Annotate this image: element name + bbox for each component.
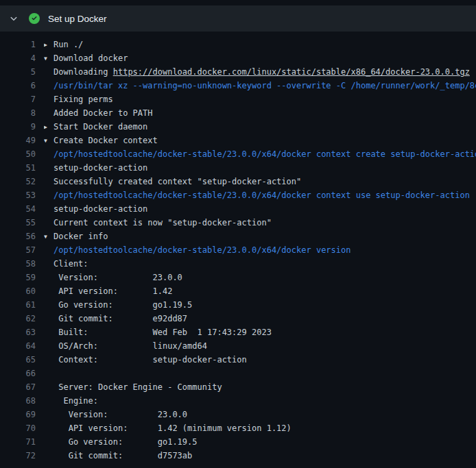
log-line[interactable]: 49▼Create Docker context (0, 134, 476, 147)
line-number[interactable]: 65 (0, 353, 36, 367)
line-content: Successfully created context "setup-dock… (44, 175, 476, 188)
step-title: Set up Docker (48, 14, 107, 24)
line-content: Fixing perms (44, 93, 476, 106)
workflow-log-panel: Set up Docker 1▶Run ./4▼Download docker5… (0, 5, 476, 463)
log-text: /opt/hostedtoolcache/docker-stable/23.0.… (53, 149, 476, 159)
check-circle-icon (29, 13, 40, 24)
triangle-right-icon: ▶ (44, 121, 53, 134)
line-number[interactable]: 51 (0, 161, 36, 175)
log-text: Context: setup-docker-action (53, 355, 247, 365)
group-title: Download docker (53, 53, 128, 63)
line-number[interactable]: 69 (0, 408, 36, 421)
log-text: Go version: go1.19.5 (53, 300, 192, 310)
log-text: Git commit: d7573ab (53, 451, 192, 460)
log-text: Go version: go1.19.5 (53, 437, 198, 447)
line-number[interactable]: 72 (0, 449, 36, 463)
log-line: 71 Go version: go1.19.5 (0, 435, 476, 449)
log-text: Fixing perms (53, 95, 113, 104)
log-text: Client: (53, 259, 88, 269)
line-number[interactable]: 67 (0, 380, 36, 394)
line-content: Built: Wed Feb 1 17:43:29 2023 (44, 325, 476, 339)
line-number[interactable]: 6 (0, 79, 36, 93)
line-content: ▶Run ./ (44, 38, 476, 51)
log-text: setup-docker-action (53, 204, 147, 214)
line-number[interactable]: 57 (0, 243, 36, 257)
line-number[interactable]: 49 (0, 134, 36, 147)
log-text: Current context is now "setup-docker-act… (53, 218, 272, 227)
line-content: Context: setup-docker-action (44, 353, 476, 367)
line-number[interactable]: 9 (0, 120, 36, 134)
log-line: 68 Engine: (0, 394, 476, 408)
line-number[interactable]: 61 (0, 298, 36, 312)
line-content: ▼Create Docker context (44, 134, 476, 147)
line-content: Git commit: e92dd87 (44, 312, 476, 325)
log-line[interactable]: 9▶Start Docker daemon (0, 120, 476, 134)
line-number[interactable]: 5 (0, 65, 36, 79)
log-line[interactable]: 4▼Download docker (0, 51, 476, 65)
log-line: 6/usr/bin/tar xz --warning=no-unknown-ke… (0, 79, 476, 93)
line-content: ▼Docker info (44, 230, 476, 243)
line-number[interactable]: 53 (0, 188, 36, 202)
line-content: Downloading https://download.docker.com/… (44, 65, 476, 79)
line-content: Version: 23.0.0 (44, 408, 476, 421)
log-line: 66 (0, 367, 476, 380)
log-line: 72 Git commit: d7573ab (0, 449, 476, 463)
line-content: setup-docker-action (44, 161, 476, 175)
line-content: API version: 1.42 (44, 284, 476, 298)
log-text: Successfully created context "setup-dock… (53, 177, 301, 186)
line-number[interactable]: 54 (0, 202, 36, 216)
log-line: 50/opt/hostedtoolcache/docker-stable/23.… (0, 147, 476, 161)
log-text: Added Docker to PATH (53, 108, 153, 118)
triangle-down-icon: ▼ (44, 230, 53, 243)
line-number[interactable]: 52 (0, 175, 36, 188)
line-number[interactable]: 64 (0, 339, 36, 353)
line-number[interactable]: 70 (0, 421, 36, 435)
line-number[interactable]: 71 (0, 435, 36, 449)
triangle-right-icon: ▶ (44, 38, 53, 51)
line-number[interactable]: 63 (0, 325, 36, 339)
line-content: API version: 1.42 (minimum version 1.12) (44, 421, 476, 435)
log-line: 51setup-docker-action (0, 161, 476, 175)
line-number[interactable]: 59 (0, 271, 36, 284)
line-number[interactable]: 68 (0, 394, 36, 408)
line-number[interactable]: 8 (0, 106, 36, 120)
log-line: 62 Git commit: e92dd87 (0, 312, 476, 325)
line-content: Client: (44, 257, 476, 271)
log-text: Engine: (53, 396, 98, 406)
line-content: Added Docker to PATH (44, 106, 476, 120)
line-content: Go version: go1.19.5 (44, 298, 476, 312)
log-link[interactable]: https://download.docker.com/linux/static… (113, 67, 470, 77)
log-line: 59 Version: 23.0.0 (0, 271, 476, 284)
line-content: /opt/hostedtoolcache/docker-stable/23.0.… (44, 188, 476, 202)
line-number[interactable]: 60 (0, 284, 36, 298)
group-title: Docker info (53, 232, 108, 241)
line-number[interactable]: 50 (0, 147, 36, 161)
line-number[interactable]: 55 (0, 216, 36, 230)
line-content: /usr/bin/tar xz --warning=no-unknown-key… (44, 79, 476, 93)
line-content: Current context is now "setup-docker-act… (44, 216, 476, 230)
log-lines: 1▶Run ./4▼Download docker5Downloading ht… (0, 32, 476, 463)
line-number[interactable]: 62 (0, 312, 36, 325)
log-line: 55Current context is now "setup-docker-a… (0, 216, 476, 230)
group-title: Start Docker daemon (53, 122, 147, 132)
log-line: 58Client: (0, 257, 476, 271)
line-number[interactable]: 1 (0, 38, 36, 51)
log-line: 52Successfully created context "setup-do… (0, 175, 476, 188)
chevron-down-icon[interactable] (10, 14, 18, 23)
log-line: 8Added Docker to PATH (0, 106, 476, 120)
log-line: 64 OS/Arch: linux/amd64 (0, 339, 476, 353)
line-number[interactable]: 66 (0, 367, 36, 380)
line-content: setup-docker-action (44, 202, 476, 216)
line-number[interactable]: 7 (0, 93, 36, 106)
line-number[interactable]: 56 (0, 230, 36, 243)
step-header[interactable]: Set up Docker (0, 5, 476, 32)
log-text: Server: Docker Engine - Community (53, 382, 222, 392)
log-text: Git commit: e92dd87 (53, 314, 187, 323)
line-number[interactable]: 4 (0, 51, 36, 65)
log-line[interactable]: 1▶Run ./ (0, 38, 476, 51)
line-content: OS/Arch: linux/amd64 (44, 339, 476, 353)
log-line: 53/opt/hostedtoolcache/docker-stable/23.… (0, 188, 476, 202)
line-number[interactable]: 58 (0, 257, 36, 271)
log-line[interactable]: 56▼Docker info (0, 230, 476, 243)
log-text: API version: 1.42 (53, 286, 172, 296)
